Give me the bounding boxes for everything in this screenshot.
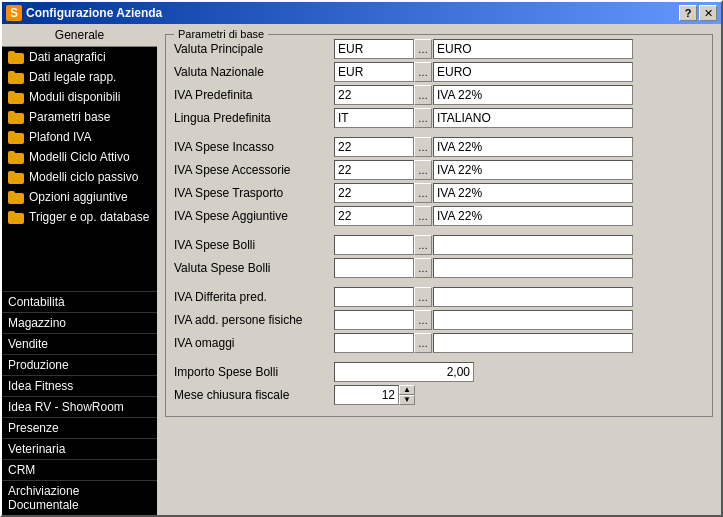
input-importo-spese-bolli[interactable] bbox=[334, 362, 474, 382]
spinner-up-button[interactable]: ▲ bbox=[399, 385, 415, 395]
label-iva-spese-accessorie: IVA Spese Accessorie bbox=[174, 163, 334, 177]
row-mese-chiusura: Mese chiusura fiscale ▲ ▼ bbox=[174, 385, 704, 405]
folder-icon bbox=[8, 91, 24, 104]
input-iva-spese-incasso[interactable] bbox=[334, 137, 414, 157]
spinner-down-button[interactable]: ▼ bbox=[399, 395, 415, 405]
label-mese-chiusura: Mese chiusura fiscale bbox=[174, 388, 334, 402]
sidebar-item-showroom[interactable]: Idea RV - ShowRoom bbox=[2, 396, 157, 417]
input-iva-predefinita[interactable] bbox=[334, 85, 414, 105]
field-iva-differita: … bbox=[334, 287, 633, 307]
value-iva-persone-fisiche bbox=[433, 310, 633, 330]
row-iva-predefinita: IVA Predefinita … IVA 22% bbox=[174, 85, 704, 105]
label-iva-differita: IVA Differita pred. bbox=[174, 290, 334, 304]
input-valuta-nazionale[interactable] bbox=[334, 62, 414, 82]
sidebar-item-label: Idea Fitness bbox=[8, 379, 73, 393]
sidebar-item-contabilita[interactable]: Contabilità bbox=[2, 291, 157, 312]
value-lingua-predefinita: ITALIANO bbox=[433, 108, 633, 128]
label-iva-omaggi: IVA omaggi bbox=[174, 336, 334, 350]
input-lingua-predefinita[interactable] bbox=[334, 108, 414, 128]
row-iva-differita: IVA Differita pred. … bbox=[174, 287, 704, 307]
sidebar-item-crm[interactable]: CRM bbox=[2, 459, 157, 480]
sidebar-item-plafond[interactable]: Plafond IVA bbox=[2, 127, 157, 147]
row-iva-spese-incasso: IVA Spese Incasso … IVA 22% bbox=[174, 137, 704, 157]
sidebar-item-trigger[interactable]: Trigger e op. database bbox=[2, 207, 157, 227]
btn-iva-spese-incasso[interactable]: … bbox=[414, 137, 432, 157]
sidebar-item-fitness[interactable]: Idea Fitness bbox=[2, 375, 157, 396]
folder-icon bbox=[8, 51, 24, 64]
field-valuta-spese-bolli: … bbox=[334, 258, 633, 278]
sidebar-item-vendite[interactable]: Vendite bbox=[2, 333, 157, 354]
row-valuta-spese-bolli: Valuta Spese Bolli … bbox=[174, 258, 704, 278]
label-iva-spese-bolli: IVA Spese Bolli bbox=[174, 238, 334, 252]
sidebar-item-moduli[interactable]: Moduli disponibili bbox=[2, 87, 157, 107]
btn-lingua-predefinita[interactable]: … bbox=[414, 108, 432, 128]
row-iva-spese-trasporto: IVA Spese Trasporto … IVA 22% bbox=[174, 183, 704, 203]
btn-iva-differita[interactable]: … bbox=[414, 287, 432, 307]
content-area: Generale Dati anagrafici Dati legale rap… bbox=[2, 24, 721, 515]
input-valuta-spese-bolli[interactable] bbox=[334, 258, 414, 278]
input-iva-spese-accessorie[interactable] bbox=[334, 160, 414, 180]
input-iva-spese-bolli[interactable] bbox=[334, 235, 414, 255]
input-iva-omaggi[interactable] bbox=[334, 333, 414, 353]
input-iva-spese-trasporto[interactable] bbox=[334, 183, 414, 203]
field-valuta-nazionale: … EURO bbox=[334, 62, 633, 82]
titlebar-left: S Configurazione Azienda bbox=[6, 5, 162, 21]
row-iva-omaggi: IVA omaggi … bbox=[174, 333, 704, 353]
sidebar-item-dati-legale[interactable]: Dati legale rapp. bbox=[2, 67, 157, 87]
sidebar-item-label: Trigger e op. database bbox=[29, 210, 149, 224]
sidebar-item-label: Moduli disponibili bbox=[29, 90, 120, 104]
sidebar-item-modelli-attivo[interactable]: Modelli Ciclo Attivo bbox=[2, 147, 157, 167]
sidebar-item-opzioni[interactable]: Opzioni aggiuntive bbox=[2, 187, 157, 207]
sidebar-item-archiviazione[interactable]: Archiviazione Documentale bbox=[2, 480, 157, 515]
btn-valuta-spese-bolli[interactable]: … bbox=[414, 258, 432, 278]
sidebar-item-veterinaria[interactable]: Veterinaria bbox=[2, 438, 157, 459]
sidebar-item-label: Archiviazione Documentale bbox=[8, 484, 151, 512]
field-iva-spese-aggiuntive: … IVA 22% bbox=[334, 206, 633, 226]
btn-iva-spese-aggiuntive[interactable]: … bbox=[414, 206, 432, 226]
row-lingua-predefinita: Lingua Predefinita … ITALIANO bbox=[174, 108, 704, 128]
sidebar-item-label: Magazzino bbox=[8, 316, 66, 330]
field-iva-spese-trasporto: … IVA 22% bbox=[334, 183, 633, 203]
sidebar-items-list: Dati anagrafici Dati legale rapp. Moduli… bbox=[2, 47, 157, 291]
help-button[interactable]: ? bbox=[679, 5, 697, 21]
btn-valuta-principale[interactable]: … bbox=[414, 39, 432, 59]
label-iva-spese-trasporto: IVA Spese Trasporto bbox=[174, 186, 334, 200]
btn-iva-spese-trasporto[interactable]: … bbox=[414, 183, 432, 203]
sidebar-item-modelli-passivo[interactable]: Modelli ciclo passivo bbox=[2, 167, 157, 187]
row-valuta-principale: Valuta Principale … EURO bbox=[174, 39, 704, 59]
sidebar-item-presenze[interactable]: Presenze bbox=[2, 417, 157, 438]
folder-icon bbox=[8, 171, 24, 184]
close-button[interactable]: ✕ bbox=[699, 5, 717, 21]
btn-iva-persone-fisiche[interactable]: … bbox=[414, 310, 432, 330]
input-valuta-principale[interactable] bbox=[334, 39, 414, 59]
btn-iva-spese-bolli[interactable]: … bbox=[414, 235, 432, 255]
folder-icon bbox=[8, 131, 24, 144]
input-mese-chiusura[interactable] bbox=[334, 385, 399, 405]
input-iva-differita[interactable] bbox=[334, 287, 414, 307]
btn-valuta-nazionale[interactable]: … bbox=[414, 62, 432, 82]
sidebar-item-dati-anagrafici[interactable]: Dati anagrafici bbox=[2, 47, 157, 67]
titlebar-buttons: ? ✕ bbox=[679, 5, 717, 21]
value-valuta-nazionale: EURO bbox=[433, 62, 633, 82]
group-box-parametri: Parametri di base Valuta Principale … EU… bbox=[165, 34, 713, 417]
value-iva-omaggi bbox=[433, 333, 633, 353]
row-importo-spese-bolli: Importo Spese Bolli bbox=[174, 362, 704, 382]
sidebar-item-magazzino[interactable]: Magazzino bbox=[2, 312, 157, 333]
btn-iva-omaggi[interactable]: … bbox=[414, 333, 432, 353]
btn-iva-spese-accessorie[interactable]: … bbox=[414, 160, 432, 180]
btn-iva-predefinita[interactable]: … bbox=[414, 85, 432, 105]
sidebar-item-produzione[interactable]: Produzione bbox=[2, 354, 157, 375]
folder-icon bbox=[8, 211, 24, 224]
sidebar-item-label: Contabilità bbox=[8, 295, 65, 309]
value-iva-spese-bolli bbox=[433, 235, 633, 255]
input-iva-persone-fisiche[interactable] bbox=[334, 310, 414, 330]
label-iva-spese-incasso: IVA Spese Incasso bbox=[174, 140, 334, 154]
sidebar-bottom: Contabilità Magazzino Vendite Produzione… bbox=[2, 291, 157, 515]
sidebar-item-label: Modelli Ciclo Attivo bbox=[29, 150, 130, 164]
input-iva-spese-aggiuntive[interactable] bbox=[334, 206, 414, 226]
label-importo-spese-bolli: Importo Spese Bolli bbox=[174, 365, 334, 379]
value-valuta-principale: EURO bbox=[433, 39, 633, 59]
row-iva-spese-bolli: IVA Spese Bolli … bbox=[174, 235, 704, 255]
sidebar-item-parametri[interactable]: Parametri base bbox=[2, 107, 157, 127]
field-iva-omaggi: … bbox=[334, 333, 633, 353]
